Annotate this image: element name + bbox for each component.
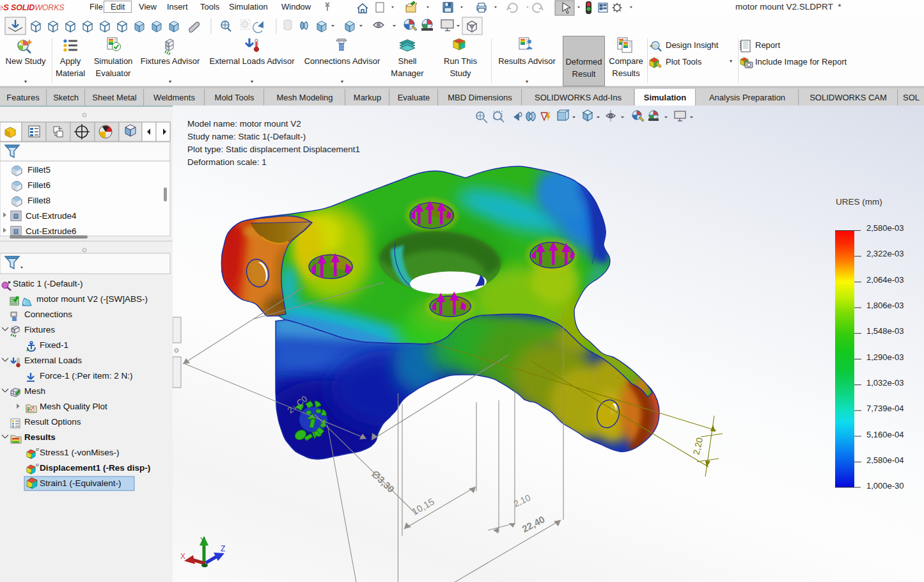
svg-text:Z: Z [221,544,225,553]
svg-text:Y: Y [200,536,205,545]
svg-text:X: X [180,552,185,561]
svg-text:22,40: 22,40 [520,514,546,535]
svg-text:2,20: 2,20 [691,436,705,455]
svg-text:10,15: 10,15 [410,496,436,517]
svg-text:∅3,30: ∅3,30 [370,468,396,495]
